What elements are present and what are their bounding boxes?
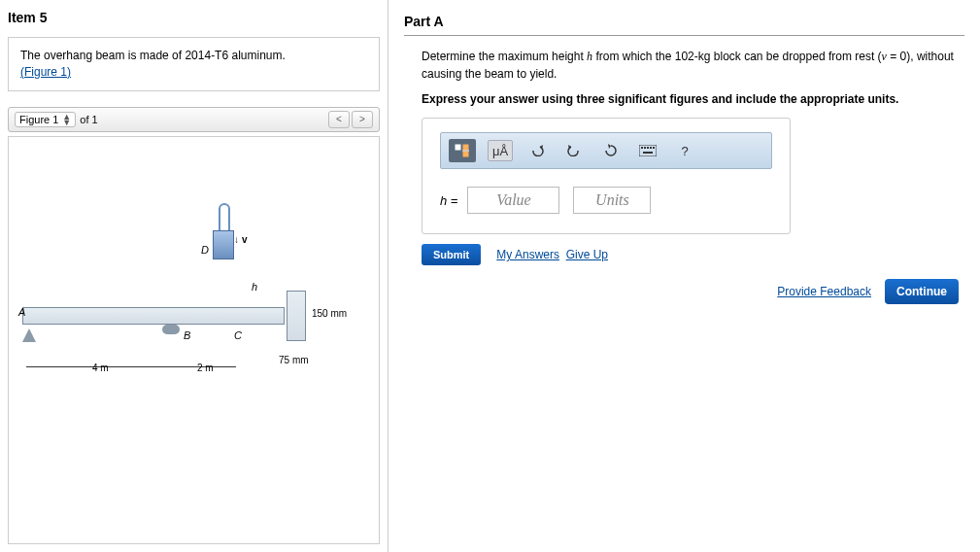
value-input[interactable]: Value [467, 187, 559, 214]
figure-block [213, 230, 234, 259]
figure-label-v: v [242, 234, 248, 245]
help-button[interactable]: ? [672, 140, 697, 161]
answer-variable-label: h = [440, 193, 457, 208]
figure-label-b: B [184, 329, 190, 341]
units-input[interactable]: Units [573, 187, 651, 214]
figure-label-a: A [18, 306, 25, 318]
svg-rect-9 [653, 147, 655, 149]
figure-next-button[interactable]: > [352, 111, 373, 128]
problem-text: The overhang beam is made of 2014-T6 alu… [20, 49, 286, 62]
svg-rect-0 [456, 145, 460, 150]
figure-canvas: ↓ v D h A B C 150 mm 75 mm 4 m 2 m [8, 136, 380, 544]
footer-row: Provide Feedback Continue [404, 279, 964, 304]
svg-rect-5 [641, 147, 643, 149]
svg-rect-6 [644, 147, 646, 149]
arrow-down-icon: ↓ [234, 234, 239, 245]
svg-rect-1 [463, 145, 468, 150]
figure-hook [219, 203, 230, 230]
units-button[interactable]: μÅ [488, 140, 513, 161]
figure-support-b [162, 325, 180, 334]
item-header: Item 5 [0, 0, 388, 29]
problem-statement: The overhang beam is made of 2014-T6 alu… [8, 37, 380, 91]
figure-label-h: h [252, 281, 257, 293]
instruction-text: Express your answer using three signific… [422, 92, 964, 106]
figure-dim-75: 75 mm [279, 355, 309, 365]
figure-section [287, 291, 306, 341]
figure-prev-button[interactable]: < [328, 111, 350, 128]
submit-button[interactable]: Submit [422, 244, 481, 265]
action-row: Submit My Answers Give Up [422, 244, 964, 265]
figure-link[interactable]: (Figure 1) [20, 65, 71, 79]
svg-rect-10 [643, 152, 653, 154]
figure-dim-4m: 4 m [92, 362, 109, 373]
svg-rect-4 [639, 145, 657, 156]
stepper-icon[interactable]: ▲▼ [62, 114, 71, 125]
figure-dim-150: 150 mm [312, 308, 347, 319]
svg-rect-7 [647, 147, 649, 149]
left-panel: Item 5 The overhang beam is made of 2014… [0, 0, 389, 552]
svg-rect-8 [650, 147, 652, 149]
figure-support-a [22, 325, 36, 342]
figure-selector-label: Figure 1 [19, 114, 58, 125]
answer-row: h = Value Units [426, 179, 786, 229]
keyboard-button[interactable] [635, 140, 660, 161]
figure-label-c: C [234, 329, 242, 341]
question-text: Determine the maximum height h from whic… [422, 48, 964, 83]
undo-icon [530, 145, 544, 156]
reset-button[interactable] [598, 140, 624, 161]
redo-icon [567, 145, 581, 156]
part-title: Part A [404, 8, 964, 36]
figure-dim-2m: 2 m [197, 362, 214, 373]
svg-rect-2 [463, 152, 468, 156]
templates-button[interactable] [449, 139, 476, 162]
answer-block: μÅ ? h = Val [422, 118, 791, 234]
fraction-icon [455, 144, 470, 157]
figure-of-text: of 1 [80, 114, 97, 125]
keyboard-icon [639, 145, 657, 156]
redo-button[interactable] [561, 140, 587, 161]
give-up-link[interactable]: Give Up [566, 248, 608, 261]
figure-selector[interactable]: Figure 1 ▲▼ [15, 112, 76, 127]
right-panel: Part A Determine the maximum height h fr… [389, 0, 980, 552]
figure-beam [22, 307, 285, 325]
equation-toolbar: μÅ ? [440, 132, 772, 169]
figure-nav: Figure 1 ▲▼ of 1 < > [8, 107, 380, 132]
my-answers-link[interactable]: My Answers [496, 248, 559, 261]
answer-links: My Answers Give Up [496, 248, 608, 261]
figure-label-d: D [201, 244, 209, 256]
provide-feedback-link[interactable]: Provide Feedback [777, 285, 871, 298]
reset-icon [604, 144, 618, 157]
continue-button[interactable]: Continue [885, 279, 959, 304]
undo-button[interactable] [524, 140, 550, 161]
